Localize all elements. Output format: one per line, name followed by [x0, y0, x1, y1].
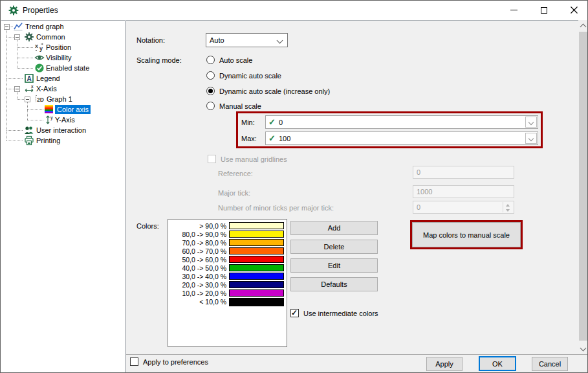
radio-auto-scale[interactable]	[206, 56, 215, 64]
tree-item-trend-graph[interactable]: Trend graph	[1, 21, 125, 32]
minor-ticks-spinner: 0	[413, 201, 514, 214]
tree-item-legend[interactable]: A Legend	[1, 73, 125, 84]
y-axis-icon: y	[45, 115, 55, 125]
tree-item-y-axis[interactable]: y Y-Axis	[1, 115, 125, 125]
titlebar: Properties	[1, 1, 587, 19]
edit-button[interactable]: Edit	[290, 258, 378, 273]
tree-item-color-axis[interactable]: Color axis	[1, 104, 125, 115]
tree-item-visibility[interactable]: Visibility	[1, 52, 125, 63]
map-colors-button[interactable]: Map colors to manual scale	[412, 222, 521, 247]
radio-manual-scale[interactable]	[206, 102, 215, 110]
use-intermediate-colors-checkbox[interactable]	[290, 309, 299, 317]
color-swatch	[229, 281, 284, 288]
color-row[interactable]: 30,0 -> 40,0 %	[168, 273, 287, 281]
radio-auto-scale-label[interactable]: Auto scale	[219, 56, 252, 65]
colors-label: Colors:	[136, 222, 159, 231]
min-label: Min:	[241, 119, 255, 127]
scrollbar-thumb[interactable]	[579, 32, 587, 341]
major-tick-input: 1000	[413, 185, 514, 198]
cancel-button[interactable]: Cancel	[532, 357, 568, 371]
tree-item-graph-1[interactable]: 2D Graph 1	[1, 94, 125, 104]
chevron-down-icon[interactable]	[525, 133, 537, 144]
tree-item-label: Trend graph	[25, 22, 64, 31]
tree-item-label: X-Axis	[36, 84, 57, 93]
apply-to-preferences-label[interactable]: Apply to preferences	[143, 358, 208, 367]
check-circle-icon	[34, 63, 45, 73]
ok-button[interactable]: OK	[479, 356, 516, 371]
properties-window: Properties Trend graph	[0, 0, 588, 373]
notation-dropdown[interactable]: Auto	[206, 33, 288, 47]
maximize-button[interactable]	[529, 1, 559, 19]
notation-label: Notation:	[136, 36, 165, 45]
tree-item-position[interactable]: x y Position	[1, 42, 125, 52]
color-row[interactable]: 80,0 -> 90,0 %	[168, 231, 287, 239]
radio-dynamic-increase-only[interactable]	[206, 87, 215, 95]
tree-item-label: Position	[46, 43, 71, 52]
graph-2d-icon: 2D	[34, 94, 45, 104]
tree-item-common[interactable]: Common	[1, 32, 125, 42]
color-swatch	[229, 298, 284, 306]
delete-button[interactable]: Delete	[290, 240, 378, 254]
svg-text:y: y	[50, 115, 53, 120]
apply-button[interactable]: Apply	[426, 357, 463, 371]
color-row[interactable]: 20,0 -> 30,0 %	[168, 281, 287, 289]
color-row[interactable]: 70,0 -> 80,0 %	[168, 239, 287, 247]
color-swatch	[229, 264, 284, 271]
gear-icon	[24, 32, 34, 42]
svg-text:x: x	[35, 43, 38, 49]
tree-item-label: Common	[36, 32, 65, 41]
tree-item-label: Printing	[36, 136, 60, 145]
vertical-scrollbar[interactable]	[578, 20, 588, 354]
xy-position-icon: x y	[34, 42, 45, 52]
close-button[interactable]	[559, 1, 588, 19]
radio-dynamic-increase-only-label[interactable]: Dynamic auto scale (increase only)	[219, 87, 330, 96]
spinner-arrows	[503, 202, 513, 212]
scaling-mode-label: Scaling mode:	[136, 56, 182, 65]
color-row[interactable]: 10,0 -> 20,0 %	[168, 289, 287, 298]
valid-check-icon: ✓	[268, 135, 276, 142]
color-swatch	[229, 289, 284, 297]
reference-label: Reference:	[218, 170, 253, 178]
radio-manual-scale-label[interactable]: Manual scale	[219, 102, 261, 111]
color-row[interactable]: > 90,0 %	[168, 222, 287, 231]
tree-item-label: Visibility	[46, 53, 72, 62]
min-combobox[interactable]: ✓ 0	[265, 115, 538, 129]
tree-item-printing[interactable]: Printing	[1, 135, 125, 146]
chevron-down-icon	[277, 38, 283, 44]
color-row[interactable]: < 10,0 %	[168, 298, 287, 306]
color-swatch	[229, 231, 284, 238]
users-icon	[24, 125, 34, 135]
minimize-button[interactable]	[499, 1, 528, 19]
radio-dynamic-auto-scale-label[interactable]: Dynamic auto scale	[219, 72, 281, 80]
add-button[interactable]: Add	[290, 221, 378, 235]
radio-dynamic-auto-scale[interactable]	[206, 71, 215, 80]
tree-item-x-axis[interactable]: x X-Axis	[1, 84, 125, 94]
tree-item-label: Color axis	[55, 105, 91, 114]
spin-up-icon	[503, 202, 513, 207]
min-value: 0	[279, 119, 283, 126]
color-row[interactable]: 60,0 -> 70,0 %	[168, 247, 287, 256]
color-axis-icon	[45, 104, 55, 115]
svg-text:2D: 2D	[37, 96, 44, 103]
tree-item-user-interaction[interactable]: User interaction	[1, 125, 125, 135]
color-swatch	[229, 247, 284, 254]
chevron-down-icon[interactable]	[525, 117, 537, 128]
tree-item-enabled-state[interactable]: Enabled state	[1, 63, 125, 73]
max-value: 100	[279, 135, 290, 142]
minimize-icon	[510, 10, 517, 10]
use-intermediate-colors-label[interactable]: Use intermediate colors	[303, 310, 378, 318]
color-row[interactable]: 50,0 -> 60,0 %	[168, 256, 287, 264]
eye-icon	[34, 52, 45, 63]
svg-text:x: x	[31, 84, 34, 89]
trend-graph-icon	[13, 21, 23, 32]
tree-item-label: Graph 1	[47, 95, 72, 104]
scroll-up-icon[interactable]	[578, 20, 588, 31]
close-icon	[571, 6, 578, 14]
apply-to-preferences-checkbox[interactable]	[130, 357, 138, 366]
minor-ticks-label: Number of minor ticks per major tick:	[218, 204, 334, 212]
color-row[interactable]: 40,0 -> 50,0 %	[168, 264, 287, 273]
color-swatch	[229, 239, 284, 246]
defaults-button[interactable]: Defaults	[290, 277, 378, 291]
scroll-down-icon[interactable]	[578, 343, 588, 354]
max-combobox[interactable]: ✓ 100	[265, 131, 538, 145]
